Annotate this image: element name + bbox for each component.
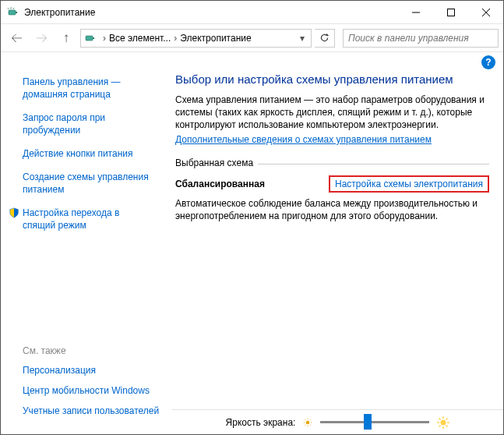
svg-rect-3 xyxy=(447,9,454,16)
footer-link-mobility[interactable]: Центр мобильности Windows xyxy=(23,384,178,397)
selected-plan-group: Выбранная схема Сбалансированная Настрой… xyxy=(175,164,489,222)
shield-icon xyxy=(9,207,19,218)
plan-name: Сбалансированная xyxy=(175,179,329,189)
svg-line-25 xyxy=(446,418,448,419)
sidebar-link-home[interactable]: Панель управления — домашняя страница xyxy=(23,76,149,101)
maximize-button[interactable] xyxy=(433,1,468,23)
close-button[interactable] xyxy=(468,1,503,23)
main-content: Выбор или настройка схемы управления пит… xyxy=(157,72,503,359)
see-also-section: См. также Персонализация Центр мобильнос… xyxy=(23,345,178,425)
footer-link-personalization[interactable]: Персонализация xyxy=(23,364,178,377)
title-bar: Электропитание xyxy=(1,1,503,24)
sidebar-link-create-plan[interactable]: Создание схемы управления питанием xyxy=(23,171,149,196)
sidebar-link-password[interactable]: Запрос пароля при пробуждении xyxy=(23,111,149,136)
up-button[interactable]: ↑ xyxy=(55,28,77,48)
svg-point-8 xyxy=(306,420,310,424)
sun-high-icon xyxy=(437,416,449,429)
brightness-bar: Яркость экрана: xyxy=(172,409,503,434)
slider-thumb[interactable] xyxy=(364,414,372,430)
svg-line-14 xyxy=(310,424,311,425)
address-dropdown-icon[interactable]: ▾ xyxy=(297,33,308,44)
search-input[interactable] xyxy=(348,33,493,44)
refresh-button[interactable] xyxy=(315,29,335,48)
svg-line-22 xyxy=(439,418,441,419)
group-label: Выбранная схема xyxy=(175,157,258,168)
svg-line-15 xyxy=(305,424,306,425)
svg-line-13 xyxy=(305,419,306,420)
brightness-label: Яркость экрана: xyxy=(226,417,296,428)
window-title: Электропитание xyxy=(24,7,398,18)
help-row: ? xyxy=(1,52,503,72)
battery-icon xyxy=(7,6,19,19)
brightness-slider[interactable] xyxy=(320,421,429,423)
plan-settings-link[interactable]: Настройка схемы электропитания xyxy=(329,175,489,193)
footer-link-accounts[interactable]: Учетные записи пользователей xyxy=(23,405,178,417)
minimize-button[interactable] xyxy=(398,1,433,23)
svg-rect-6 xyxy=(86,36,93,41)
page-heading: Выбор или настройка схемы управления пит… xyxy=(175,72,489,86)
forward-button[interactable]: 🡢 xyxy=(30,28,52,48)
svg-line-23 xyxy=(446,425,448,426)
chevron-right-icon: › xyxy=(103,33,106,44)
address-bar[interactable]: › Все элемент... › Электропитание ▾ xyxy=(80,29,312,48)
sidebar-link-button-action[interactable]: Действие кнопки питания xyxy=(23,147,149,160)
svg-line-24 xyxy=(439,425,441,426)
svg-point-17 xyxy=(441,419,446,425)
svg-rect-7 xyxy=(93,37,94,39)
window-controls xyxy=(398,1,503,23)
svg-rect-0 xyxy=(9,10,16,15)
breadcrumb-part[interactable]: Электропитание xyxy=(180,33,251,44)
sidebar-link-sleep[interactable]: Настройка перехода в спящий режим xyxy=(23,207,149,232)
breadcrumb-part[interactable]: Все элемент... xyxy=(109,33,171,44)
see-also-label: См. также xyxy=(23,345,178,356)
search-box[interactable] xyxy=(343,29,499,48)
navigation-bar: 🡠 🡢 ↑ › Все элемент... › Электропитание … xyxy=(1,24,503,52)
page-description: Схема управления питанием — это набор па… xyxy=(175,94,489,131)
sun-low-icon xyxy=(303,418,312,427)
help-icon[interactable]: ? xyxy=(481,55,495,69)
sidebar: Панель управления — домашняя страница За… xyxy=(1,72,157,359)
svg-rect-1 xyxy=(16,12,17,13)
power-icon xyxy=(84,32,97,44)
back-button[interactable]: 🡠 xyxy=(5,28,27,48)
svg-line-16 xyxy=(310,419,311,420)
more-info-link[interactable]: Дополнительные сведения о схемах управле… xyxy=(175,134,432,145)
plan-description: Автоматическое соблюдение баланса между … xyxy=(175,197,489,222)
chevron-right-icon: › xyxy=(174,33,177,44)
